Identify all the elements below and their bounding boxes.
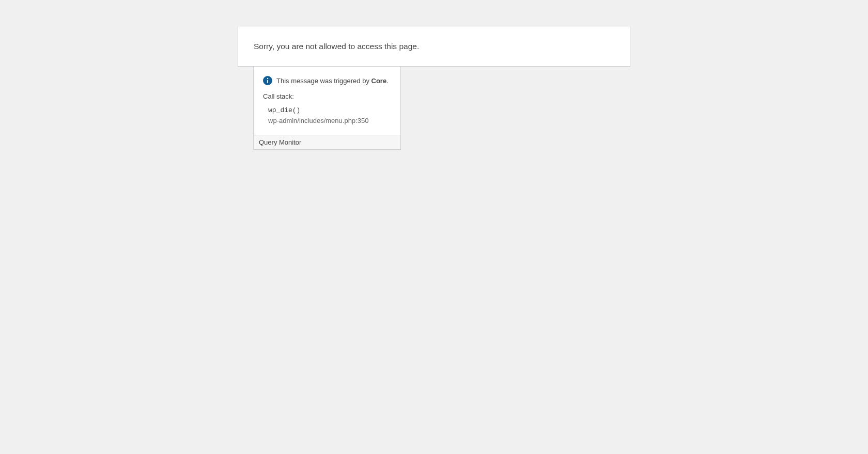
- stack-frame: wp_die() wp-admin/includes/menu.php:350: [268, 105, 391, 126]
- stack-function: wp_die(): [268, 105, 391, 116]
- stack-file: wp-admin/includes/menu.php:350: [268, 116, 391, 126]
- svg-point-2: [267, 78, 268, 79]
- info-icon: [263, 76, 272, 85]
- trigger-info-row: This message was triggered by Core.: [263, 76, 391, 85]
- error-page: Sorry, you are not allowed to access thi…: [238, 26, 630, 67]
- trigger-prefix: This message was triggered by: [276, 77, 371, 85]
- query-monitor-panel: This message was triggered by Core. Call…: [253, 67, 401, 150]
- trigger-text: This message was triggered by Core.: [276, 77, 389, 85]
- trigger-suffix: .: [386, 77, 389, 85]
- callstack-list: wp_die() wp-admin/includes/menu.php:350: [263, 105, 391, 126]
- svg-rect-1: [267, 80, 268, 83]
- callstack-label: Call stack:: [263, 92, 391, 100]
- error-message: Sorry, you are not allowed to access thi…: [254, 40, 614, 52]
- query-monitor-content: This message was triggered by Core. Call…: [254, 67, 400, 135]
- query-monitor-footer[interactable]: Query Monitor: [254, 135, 400, 149]
- trigger-source: Core: [371, 77, 387, 85]
